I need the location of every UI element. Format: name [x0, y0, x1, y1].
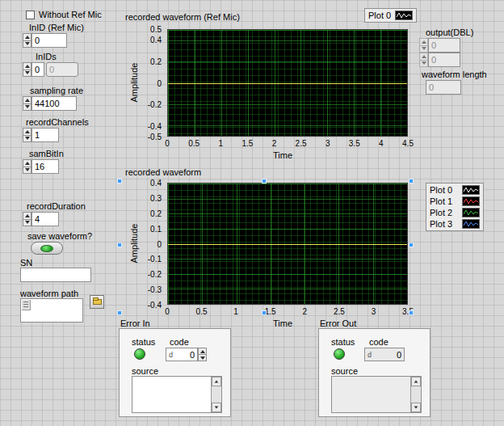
inid-ref-mic-value[interactable]: 0 — [32, 33, 67, 48]
increment-decrement-buttons[interactable] — [198, 348, 207, 361]
error-in-status-led[interactable] — [134, 348, 145, 360]
waveform-length-label: waveform length — [422, 70, 487, 79]
selection-handle-bottom-right[interactable] — [409, 310, 414, 315]
increment-decrement-buttons[interactable] — [23, 212, 32, 226]
x-tick-label: 0 — [165, 139, 170, 148]
scrollbar[interactable] — [410, 377, 421, 412]
increment-decrement-buttons[interactable] — [23, 96, 32, 111]
radix-indicator: d — [169, 351, 173, 359]
error-out-cluster: status code d 0 source — [318, 328, 430, 417]
sampling-rate-control[interactable]: 44100 — [23, 96, 77, 111]
selection-handle-bottom-middle[interactable] — [262, 310, 267, 315]
sam-bit-in-control[interactable]: 16 — [23, 159, 59, 174]
scroll-up-button[interactable] — [212, 377, 221, 386]
chart-main-legend[interactable]: Plot 0Plot 1Plot 2Plot 3 — [426, 183, 484, 231]
increment-decrement-buttons[interactable] — [23, 33, 32, 48]
decrement-button[interactable] — [198, 355, 207, 361]
scroll-down-button[interactable] — [411, 403, 421, 412]
inids-array-control[interactable]: 0 0 — [23, 62, 78, 77]
selection-handle-middle-right[interactable] — [409, 243, 414, 247]
legend-item[interactable]: Plot 2 — [430, 208, 480, 217]
chart-ref-legend[interactable]: Plot 0 — [364, 8, 417, 23]
decrement-button[interactable] — [23, 167, 32, 175]
legend-item[interactable]: Plot 3 — [430, 219, 480, 229]
inids-index-value[interactable]: 0 — [32, 62, 44, 77]
y-tick-label: 0.4 — [150, 36, 162, 44]
chart-ref-x-axis: 00.511.522.533.544.5 — [167, 139, 408, 149]
error-in-code-control[interactable]: d 0 — [166, 348, 207, 361]
error-in-title: Error In — [120, 318, 150, 328]
chart-ref-title: recorded waveform (Ref Mic) — [125, 12, 240, 22]
increment-decrement-buttons[interactable] — [23, 128, 32, 142]
without-ref-mic-control[interactable]: Without Ref Mic — [26, 10, 102, 19]
decrement-button[interactable] — [23, 220, 32, 227]
increment-button[interactable] — [23, 96, 32, 104]
save-waveform-label: save waveform? — [27, 231, 92, 241]
record-channels-control[interactable]: 1 — [23, 128, 59, 142]
gridline — [168, 136, 407, 137]
y-tick-label: -0.3 — [148, 285, 162, 294]
selection-handle-bottom-left[interactable] — [117, 310, 122, 315]
selection-handle-top-left[interactable] — [117, 179, 122, 183]
scroll-down-button[interactable] — [212, 403, 221, 412]
scroll-up-button[interactable] — [411, 377, 421, 386]
chart-main-plot-area[interactable] — [167, 183, 408, 305]
save-waveform-button[interactable] — [31, 242, 63, 255]
error-in-cluster: status code d 0 source — [119, 328, 231, 417]
gridline — [168, 229, 407, 230]
error-in-source-input[interactable] — [132, 376, 222, 413]
increment-button[interactable] — [23, 212, 32, 220]
chart-ref-plot-area[interactable] — [167, 29, 408, 137]
path-type-icon — [22, 300, 31, 310]
x-tick-label: 0.5 — [188, 139, 200, 148]
gridline — [168, 199, 407, 200]
chart-main-x-axis: 00.511.522.533.5 — [167, 307, 408, 317]
legend-waveform-icon — [462, 196, 480, 206]
decrement-button[interactable] — [23, 104, 32, 112]
without-ref-mic-label: Without Ref Mic — [39, 10, 102, 19]
chart-ref-x-axis-label: Time — [264, 150, 301, 160]
sn-input[interactable] — [20, 268, 91, 282]
increment-button[interactable] — [198, 348, 207, 355]
error-out-status-label: status — [331, 337, 355, 347]
legend-item[interactable]: Plot 0 — [430, 185, 480, 195]
inid-ref-mic-control[interactable]: 0 — [23, 33, 67, 48]
error-in-code-value[interactable]: 0 — [190, 350, 195, 360]
output-dbl-indicator-0: 0 — [419, 38, 460, 53]
scrollbar[interactable] — [211, 377, 221, 412]
increment-button[interactable] — [23, 33, 32, 41]
inid-ref-mic-label: InID (Ref Mic) — [29, 23, 84, 32]
decrement-button[interactable] — [23, 70, 32, 78]
inids-element-value[interactable]: 0 — [46, 62, 78, 77]
decrement-button[interactable] — [23, 41, 32, 49]
sampling-rate-value[interactable]: 44100 — [32, 96, 77, 111]
browse-path-button[interactable] — [90, 295, 104, 309]
y-tick-label: 0.2 — [150, 209, 162, 217]
legend-item[interactable]: Plot 1 — [430, 196, 480, 206]
selection-handle-top-middle[interactable] — [262, 179, 267, 183]
record-duration-control[interactable]: 4 — [23, 212, 59, 226]
y-tick-label: -0.2 — [148, 100, 162, 109]
increment-decrement-buttons[interactable] — [23, 159, 32, 174]
increment-decrement-buttons — [419, 38, 428, 53]
x-tick-label: 2 — [303, 307, 308, 316]
waveform-path-input[interactable] — [20, 298, 83, 323]
record-duration-value[interactable]: 4 — [32, 212, 59, 226]
gridline — [168, 289, 407, 289]
without-ref-mic-checkbox[interactable] — [26, 11, 35, 19]
selection-handle-middle-left[interactable] — [117, 243, 122, 247]
increment-button[interactable] — [23, 128, 32, 136]
increment-button[interactable] — [23, 159, 32, 167]
increment-button[interactable] — [23, 62, 32, 70]
legend-item[interactable]: Plot 0 — [368, 11, 413, 20]
gridline — [168, 61, 407, 62]
record-channels-value[interactable]: 1 — [32, 128, 59, 142]
selection-handle-top-right[interactable] — [409, 179, 414, 183]
error-out-status-led — [334, 348, 345, 360]
sam-bit-in-value[interactable]: 16 — [32, 159, 59, 174]
array-index-buttons[interactable] — [23, 62, 32, 77]
gridline — [168, 213, 407, 214]
decrement-button[interactable] — [23, 136, 32, 143]
legend-waveform-icon — [395, 11, 413, 20]
gridline — [168, 104, 407, 105]
